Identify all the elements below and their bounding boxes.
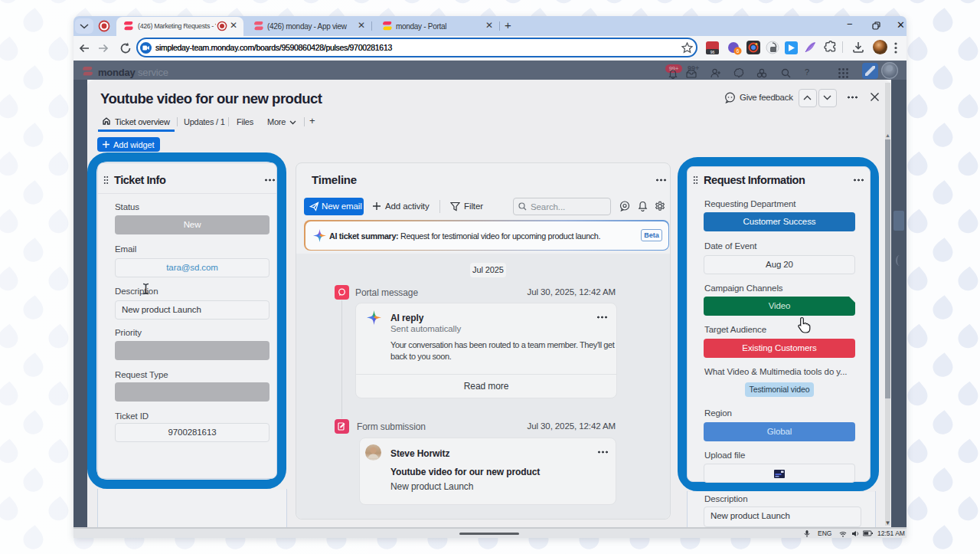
svg-text:96: 96 — [710, 50, 715, 54]
svg-text:6: 6 — [737, 48, 740, 54]
